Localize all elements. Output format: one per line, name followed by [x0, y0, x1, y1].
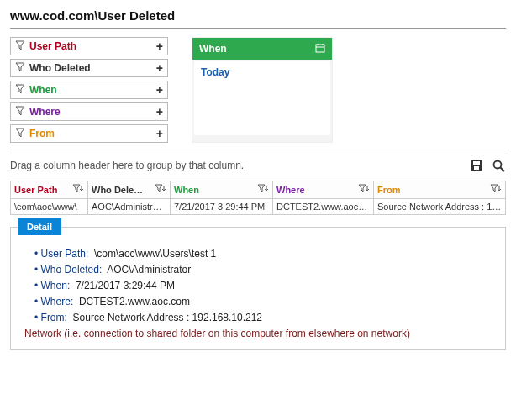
- detail-item-userpath: User Path: \com\aoc\www\Users\test 1: [34, 248, 493, 260]
- sort-filter-icon[interactable]: [490, 184, 502, 196]
- expand-icon[interactable]: +: [156, 106, 163, 118]
- when-panel: When Today: [192, 37, 333, 143]
- col-header-user-path[interactable]: User Path: [11, 181, 88, 199]
- search-icon[interactable]: [491, 158, 506, 173]
- calendar-icon[interactable]: [315, 43, 325, 55]
- when-panel-header: When: [192, 38, 332, 60]
- detail-item-where: Where: DCTEST2.www.aoc.com: [34, 296, 493, 307]
- cell-from: Source Network Address : 192…: [374, 199, 506, 215]
- table-header-row: User PathWho Dele…WhenWhereFrom: [11, 181, 506, 199]
- filter-label: User Path: [25, 40, 156, 52]
- group-by-hint[interactable]: Drag a column header here to group by th…: [10, 160, 462, 171]
- when-panel-body: Today: [194, 61, 330, 135]
- filter-label: When: [25, 84, 156, 96]
- funnel-icon: [15, 40, 25, 53]
- expand-icon[interactable]: +: [156, 128, 163, 139]
- detail-item-from: From: Source Network Address : 192.168.1…: [34, 312, 493, 323]
- top-section: User Path+Who Deleted+When+Where+From+ W…: [10, 37, 506, 143]
- detail-item-when: When: 7/21/2017 3:29:44 PM: [34, 280, 493, 291]
- filter-label: Who Deleted: [25, 62, 156, 74]
- filter-label: Where: [25, 106, 156, 118]
- filter-label: From: [25, 128, 156, 139]
- results-table: User PathWho Dele…WhenWhereFrom \com\aoc…: [10, 181, 506, 215]
- table-row[interactable]: \com\aoc\www\AOC\Administrator7/21/2017 …: [11, 199, 506, 215]
- title-bar: www.cod.com\User Deleted: [10, 8, 506, 29]
- when-value-link[interactable]: Today: [201, 66, 229, 78]
- save-icon[interactable]: [469, 158, 484, 173]
- funnel-icon: [15, 62, 25, 75]
- cell-where: DCTEST2.www.aoc.com: [273, 199, 374, 215]
- cell-when: 7/21/2017 3:29:44 PM: [171, 199, 273, 215]
- group-by-row: Drag a column header here to group by th…: [10, 155, 506, 176]
- report-page: www.cod.com\User Deleted User Path+Who D…: [0, 0, 516, 359]
- filter-column: User Path+Who Deleted+When+Where+From+: [10, 37, 168, 143]
- col-header-when[interactable]: When: [171, 181, 273, 199]
- detail-list: User Path: \com\aoc\www\Users\test 1 Who…: [34, 248, 493, 323]
- funnel-icon: [15, 84, 25, 97]
- detail-item-who: Who Deleted: AOC\Administrator: [34, 264, 493, 276]
- sort-filter-icon[interactable]: [155, 184, 166, 196]
- expand-icon[interactable]: +: [156, 62, 163, 74]
- section-divider: [10, 150, 506, 150]
- sort-filter-icon[interactable]: [358, 184, 370, 196]
- col-header-from[interactable]: From: [374, 181, 506, 199]
- expand-icon[interactable]: +: [156, 40, 163, 52]
- expand-icon[interactable]: +: [156, 84, 163, 96]
- funnel-icon: [15, 106, 25, 118]
- filter-row-who-deleted[interactable]: Who Deleted+: [10, 59, 168, 77]
- detail-extra-note: Network (i.e. connection to shared folde…: [24, 328, 493, 339]
- detail-tab[interactable]: Detail: [18, 218, 61, 235]
- detail-panel: Detail User Path: \com\aoc\www\Users\tes…: [10, 227, 506, 350]
- col-header-where[interactable]: Where: [273, 181, 374, 199]
- funnel-icon: [15, 128, 25, 140]
- sort-filter-icon[interactable]: [72, 184, 84, 196]
- filter-row-from[interactable]: From+: [10, 124, 168, 143]
- filter-row-user-path[interactable]: User Path+: [10, 37, 168, 55]
- filter-row-where[interactable]: Where+: [10, 102, 168, 121]
- when-panel-header-label: When: [199, 43, 227, 55]
- sort-filter-icon[interactable]: [257, 184, 269, 196]
- cell-who: AOC\Administrator: [88, 199, 171, 215]
- col-header-who-dele-[interactable]: Who Dele…: [88, 181, 171, 199]
- page-title: www.cod.com\User Deleted: [10, 8, 175, 23]
- cell-userPath: \com\aoc\www\: [11, 199, 88, 215]
- filter-row-when[interactable]: When+: [10, 81, 168, 99]
